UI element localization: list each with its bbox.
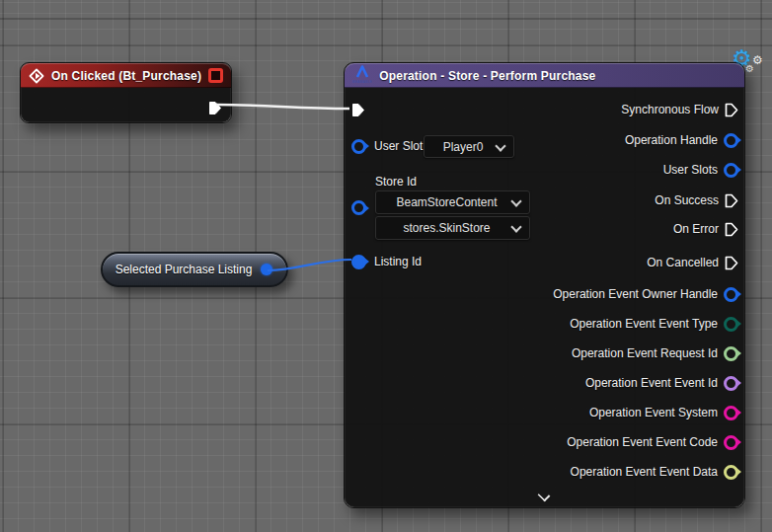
output-row-operation-handle: Operation Handle bbox=[625, 132, 738, 148]
input-row-user-slot: User Slot bbox=[351, 138, 423, 154]
output-row-user-slots: User Slots bbox=[663, 162, 738, 178]
output-row-operation-event-system: Operation Event System bbox=[589, 405, 738, 420]
exec-pin[interactable] bbox=[725, 256, 738, 270]
expand-node-chevron-icon[interactable] bbox=[538, 490, 550, 501]
pin-label: On Success bbox=[655, 193, 719, 207]
store-id-item-dropdown[interactable]: stores.SkinStore bbox=[375, 216, 530, 240]
store-id-pin[interactable] bbox=[351, 200, 366, 215]
exec-input-pin[interactable] bbox=[351, 103, 365, 117]
pin-label: Operation Event Owner Handle bbox=[553, 287, 718, 301]
output-row-operation-event-event-data: Operation Event Event Data bbox=[571, 464, 738, 480]
listing-id-label: Listing Id bbox=[374, 255, 422, 268]
node-operation-store-perform-purchase[interactable]: BEAMABLE Operation - Store - Perform Pur… bbox=[344, 62, 745, 508]
data-pin[interactable] bbox=[724, 317, 738, 332]
input-row-listing-id: Listing Id bbox=[351, 254, 422, 269]
event-diamond-icon bbox=[29, 68, 44, 84]
store-id-type-value: BeamStoreContent bbox=[396, 195, 508, 209]
data-pin[interactable] bbox=[724, 133, 738, 148]
user-slot-dropdown-value: Player0 bbox=[443, 140, 496, 154]
main-node-header[interactable]: BEAMABLE Operation - Store - Perform Pur… bbox=[345, 63, 744, 88]
node-on-clicked-event[interactable]: On Clicked (Bt_Purchase) bbox=[20, 62, 232, 123]
gear-icon: ⚙ bbox=[745, 63, 754, 74]
exec-wire bbox=[216, 105, 349, 109]
output-row-on-cancelled: On Cancelled bbox=[647, 255, 738, 270]
data-pin[interactable] bbox=[724, 435, 738, 450]
pin-label: Operation Event Event Type bbox=[570, 317, 718, 331]
user-slot-dropdown[interactable]: Player0 bbox=[424, 135, 514, 158]
store-id-item-value: stores.SkinStore bbox=[403, 221, 502, 235]
output-row-operation-event-owner-handle: Operation Event Owner Handle bbox=[553, 286, 738, 302]
variable-label: Selected Purchase Listing bbox=[103, 263, 286, 276]
pin-label: On Error bbox=[673, 222, 719, 236]
chevron-down-icon bbox=[495, 140, 505, 151]
chevron-down-icon bbox=[510, 221, 521, 232]
pin-label: Operation Handle bbox=[625, 133, 718, 147]
user-slot-pin[interactable] bbox=[351, 139, 366, 154]
node-selected-purchase-listing-getter[interactable]: Selected Purchase Listing bbox=[101, 252, 288, 287]
data-pin[interactable] bbox=[724, 287, 738, 302]
store-id-type-dropdown[interactable]: BeamStoreContent bbox=[375, 190, 530, 214]
listing-id-pin[interactable] bbox=[351, 255, 366, 269]
data-pin[interactable] bbox=[724, 406, 738, 420]
output-row-operation-event-request-id: Operation Event Request Id bbox=[572, 345, 738, 361]
pin-label: User Slots bbox=[663, 163, 718, 177]
variable-output-pin[interactable] bbox=[261, 264, 272, 275]
gear-icon: ⚙ bbox=[752, 53, 763, 67]
output-row-operation-event-event-id: Operation Event Event Id bbox=[585, 375, 738, 391]
exec-pin[interactable] bbox=[725, 222, 738, 237]
blueprint-graph-canvas[interactable]: On Clicked (Bt_Purchase) BEAMABLE Operat… bbox=[0, 0, 772, 532]
output-row-operation-event-event-type: Operation Event Event Type bbox=[570, 316, 738, 332]
exec-pin[interactable] bbox=[725, 193, 738, 208]
data-pin[interactable] bbox=[724, 465, 738, 480]
event-node-title: On Clicked (Bt_Purchase) bbox=[51, 69, 201, 83]
output-row-on-success: On Success bbox=[655, 192, 738, 208]
pin-label: Operation Event Event Code bbox=[567, 435, 718, 449]
output-row-operation-event-event-code: Operation Event Event Code bbox=[567, 434, 738, 450]
data-pin[interactable] bbox=[724, 376, 738, 391]
pin-label: Operation Event System bbox=[589, 406, 718, 419]
output-row-on-error: On Error bbox=[673, 221, 738, 237]
pin-label: Operation Event Event Id bbox=[585, 376, 718, 390]
store-id-label: Store Id bbox=[375, 175, 417, 189]
pin-label: On Cancelled bbox=[647, 256, 719, 269]
pin-label: Synchronous Flow bbox=[621, 103, 719, 116]
exec-output-pin[interactable] bbox=[208, 101, 222, 115]
beamable-logo-icon: BEAMABLE bbox=[352, 65, 372, 86]
exec-pin[interactable] bbox=[725, 103, 738, 117]
event-node-header[interactable]: On Clicked (Bt_Purchase) bbox=[21, 63, 231, 88]
pin-label: Operation Event Event Data bbox=[571, 465, 718, 479]
data-pin[interactable] bbox=[724, 346, 738, 361]
input-row-store-id-label: Store Id bbox=[375, 174, 417, 190]
data-pin[interactable] bbox=[724, 163, 738, 178]
delegate-pin-icon[interactable] bbox=[208, 68, 223, 83]
main-node-title: Operation - Store - Perform Purchase bbox=[379, 69, 595, 83]
pin-label: Operation Event Request Id bbox=[572, 346, 718, 360]
chevron-down-icon bbox=[510, 195, 521, 206]
user-slot-label: User Slot bbox=[374, 139, 423, 153]
output-row-synchronous-flow: Synchronous Flow bbox=[621, 102, 738, 117]
